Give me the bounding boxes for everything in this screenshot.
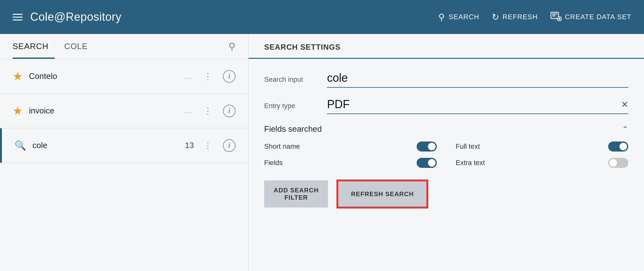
entry-type-label: Entry type (264, 102, 327, 110)
short-name-toggle[interactable] (417, 141, 437, 152)
list-item: ★ Contelo ... ⋮ i (0, 59, 248, 94)
fields-grid: Short name Full text Fields (264, 141, 628, 168)
field-row-extra-text: Extra text (456, 158, 628, 168)
short-name-label: Short name (264, 142, 300, 151)
item-count: 13 (185, 141, 194, 150)
list-item: 🔍 cole 13 ⋮ i (0, 128, 248, 163)
search-action-button[interactable]: ⚲ SEARCH (438, 12, 479, 22)
item-name: Contelo (29, 71, 178, 81)
chevron-up-icon[interactable]: ⌃ (622, 125, 628, 134)
search-input-label: Search input (264, 75, 327, 84)
hamburger-menu[interactable] (13, 14, 23, 20)
search-icon: ⚲ (438, 12, 445, 22)
extra-text-label: Extra text (456, 159, 485, 167)
header: Cole@Repository ⚲ SEARCH ↻ REFRESH CREAT… (0, 0, 644, 34)
svg-rect-2 (552, 15, 555, 16)
field-row-fields: Fields (264, 158, 437, 168)
refresh-icon: ↻ (492, 12, 499, 22)
entry-type-value: PDF (327, 98, 350, 111)
fields-header: Fields searched ⌃ (264, 124, 628, 134)
extra-text-toggle[interactable] (608, 158, 628, 168)
add-search-filter-button[interactable]: ADD SEARCHFILTER (264, 180, 328, 207)
item-name: cole (32, 141, 179, 150)
fields-label: Fields (264, 159, 283, 167)
more-options-icon[interactable]: ⋮ (203, 71, 212, 81)
tab-cole[interactable]: COLE (64, 34, 94, 59)
info-icon[interactable]: i (223, 105, 236, 117)
search-settings-content: Search input cole Entry type PDF ✕ Field… (248, 59, 644, 271)
tab-search[interactable]: SEARCH (13, 34, 55, 59)
star-icon[interactable]: ★ (13, 104, 23, 118)
star-icon[interactable]: ★ (13, 70, 23, 83)
tab-search-icon[interactable]: ⚲ (228, 41, 236, 53)
results-list: ★ Contelo ... ⋮ i ★ invoice ... ⋮ i 🔍 co… (0, 59, 248, 271)
app-title: Cole@Repository (30, 10, 121, 24)
main-layout: SEARCH COLE ⚲ ★ Contelo ... ⋮ i ★ invoic… (0, 34, 644, 271)
search-item-icon: 🔍 (14, 140, 26, 151)
full-text-toggle[interactable] (608, 141, 628, 152)
action-buttons: ADD SEARCHFILTER REFRESH SEARCH (264, 180, 628, 207)
search-input-row: Search input cole (264, 71, 628, 88)
create-dataset-button[interactable]: CREATE DATA SET (550, 11, 631, 23)
fields-searched-section: Fields searched ⌃ Short name Full text (264, 124, 628, 207)
list-item: ★ invoice ... ⋮ i (0, 94, 248, 128)
search-input-value-wrap: cole (327, 71, 628, 88)
more-options-icon[interactable]: ⋮ (203, 140, 212, 151)
item-name: invoice (29, 106, 178, 116)
item-ellipsis[interactable]: ... (184, 72, 193, 80)
header-left: Cole@Repository (13, 10, 438, 24)
field-row-full-text: Full text (456, 141, 628, 152)
info-icon[interactable]: i (223, 70, 236, 83)
refresh-action-button[interactable]: ↻ REFRESH (492, 12, 538, 22)
tabs-bar: SEARCH COLE ⚲ (0, 34, 248, 59)
fields-section-title: Fields searched (264, 124, 322, 134)
refresh-search-button[interactable]: REFRESH SEARCH (337, 180, 427, 207)
svg-rect-1 (552, 14, 557, 14)
left-panel: SEARCH COLE ⚲ ★ Contelo ... ⋮ i ★ invoic… (0, 34, 248, 271)
info-icon[interactable]: i (223, 139, 236, 152)
entry-type-clear-button[interactable]: ✕ (621, 99, 628, 110)
right-panel: SEARCH SETTINGS Search input cole Entry … (248, 34, 644, 271)
entry-type-value-wrap: PDF ✕ (327, 98, 628, 114)
header-actions: ⚲ SEARCH ↻ REFRESH CREATE DATA SET (438, 11, 631, 23)
search-settings-title: SEARCH SETTINGS (248, 34, 644, 59)
full-text-label: Full text (456, 142, 480, 151)
fields-toggle[interactable] (417, 158, 437, 168)
entry-type-row: Entry type PDF ✕ (264, 98, 628, 114)
create-dataset-icon (550, 11, 562, 23)
field-row-short-name: Short name (264, 141, 437, 152)
search-input-value: cole (327, 71, 348, 85)
item-ellipsis[interactable]: ... (184, 107, 193, 115)
more-options-icon[interactable]: ⋮ (203, 106, 212, 116)
